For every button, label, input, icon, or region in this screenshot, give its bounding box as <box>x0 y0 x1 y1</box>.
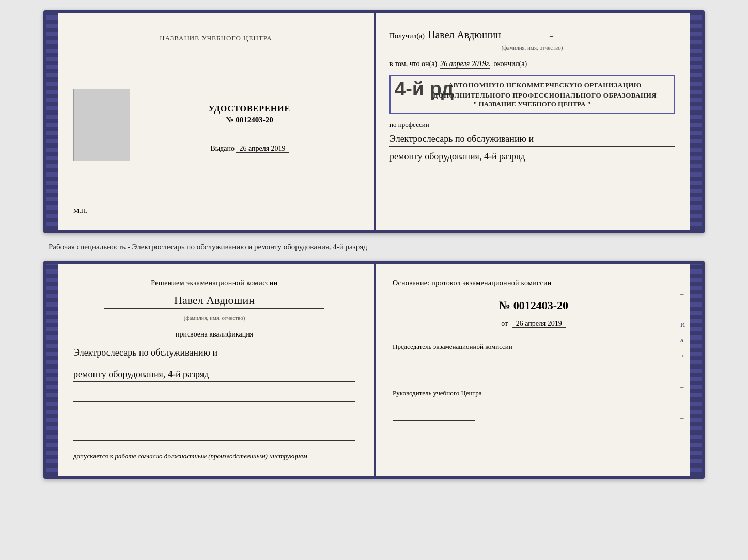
dopuskaetsya-text: допускается к работе согласно должностны… <box>73 452 355 460</box>
side-decoration: – – – И а ← – – – – <box>680 274 687 422</box>
right-page-top: Получил(а) Павел Авдюшин – (фамилия, имя… <box>374 13 702 230</box>
rukovoditel-block: Руководитель учебного Центра <box>393 389 675 421</box>
okoncil-label: окончил(а) <box>493 60 527 68</box>
vydano-line: Выдано 26 апреля 2019 <box>210 145 288 153</box>
poluchil-line: Получил(а) Павел Авдюшин – <box>389 29 675 42</box>
resheniem-text: Решением экзаменационной комиссии <box>73 279 355 287</box>
protocol-number: № 0012403-20 <box>393 299 675 312</box>
qualification-line2: ремонту оборудования, 4-й разряд <box>73 367 355 382</box>
udostoverenie-title: УДОСТОВЕРЕНИЕ <box>209 104 291 114</box>
osnovanie-text: Основание: протокол экзаменационной коми… <box>393 279 675 287</box>
rukovoditel-signature-line <box>393 410 475 421</box>
po-professii-label: по профессии <box>389 121 675 129</box>
left-binding-strip <box>46 13 58 230</box>
stamp-line2: ДОПОЛНИТЕЛЬНОГО ПРОФЕССИОНАЛЬНОГО ОБРАЗО… <box>422 90 668 101</box>
top-document: НАЗВАНИЕ УЧЕБНОГО ЦЕНТРА УДОСТОВЕРЕНИЕ №… <box>43 10 705 233</box>
left-page-bottom: Решением экзаменационной комиссии Павел … <box>46 264 374 476</box>
profession-line1-top: Электрослесарь по обслуживанию и <box>389 132 675 147</box>
left-binding-strip-bottom <box>46 264 58 476</box>
blank-lines <box>73 391 355 441</box>
signature-line-left <box>208 140 291 140</box>
right-binding-strip-top <box>690 13 702 230</box>
rank-big: 4-й рд <box>395 78 454 100</box>
dopusk-italic: работе согласно должностным (производств… <box>115 452 307 460</box>
vtom-line: в том, что он(а) 26 апреля 2019г. окончи… <box>389 60 675 69</box>
left-page-top: НАЗВАНИЕ УЧЕБНОГО ЦЕНТРА УДОСТОВЕРЕНИЕ №… <box>46 13 374 230</box>
rukovoditel-label: Руководитель учебного Центра <box>393 389 675 398</box>
stamp-quote: " НАЗВАНИЕ УЧЕБНОГО ЦЕНТРА " <box>396 100 668 108</box>
fio-subtitle-top: (фамилия, имя, отчество) <box>389 44 675 51</box>
ot-line: от 26 апреля 2019 <box>393 319 675 328</box>
right-page-bottom: Основание: протокол экзаменационной коми… <box>374 264 702 476</box>
profession-line2-top: ремонту оборудования, 4-й разряд <box>389 150 675 164</box>
stamp-box: 4-й рд АВТОНОМНУЮ НЕКОММЕРЧЕСКУЮ ОРГАНИЗ… <box>389 75 675 114</box>
dash-top: – <box>550 32 553 40</box>
ot-date: 26 апреля 2019 <box>512 319 566 328</box>
photo-placeholder <box>73 89 130 161</box>
poluchil-label: Получил(а) <box>389 32 425 40</box>
dopuskaetsya-label: допускается к <box>73 452 113 460</box>
blank-line-1 <box>73 391 355 402</box>
predsedatel-block: Председатель экзаменационной комиссии <box>393 342 675 374</box>
middle-text-content: Рабочая специальность - Электрослесарь п… <box>49 243 367 251</box>
vydano-date: 26 апреля 2019 <box>236 145 288 153</box>
udostoverenie-number: № 0012403-20 <box>226 116 273 124</box>
vtom-label: в том, что он(а) <box>389 60 437 68</box>
top-center-heading: НАЗВАНИЕ УЧЕБНОГО ЦЕНТРА <box>160 34 272 42</box>
fio-label-bottom: (фамилия, имя, отчество) <box>73 315 355 321</box>
qualification-line1: Электрослесарь по обслуживанию и <box>73 346 355 360</box>
left-content-row: УДОСТОВЕРЕНИЕ № 0012403-20 Выдано 26 апр… <box>73 89 359 161</box>
blank-line-2 <box>73 411 355 421</box>
right-binding-strip-bottom <box>690 264 702 476</box>
udostoverenie-block: УДОСТОВЕРЕНИЕ № 0012403-20 Выдано 26 апр… <box>141 104 359 153</box>
recipient-name-top: Павел Авдюшин <box>428 29 541 42</box>
mp-label: М.П. <box>73 206 87 215</box>
ot-label: от <box>501 319 508 327</box>
blank-line-3 <box>73 430 355 441</box>
predsedatel-label: Председатель экзаменационной комиссии <box>393 342 675 351</box>
bottom-document: Решением экзаменационной комиссии Павел … <box>43 261 705 479</box>
predsedatel-signature-line <box>393 364 475 374</box>
vtom-date: 26 апреля 2019г. <box>440 60 490 69</box>
name-bottom: Павел Авдюшин <box>104 294 324 309</box>
middle-text: Рабочая специальность - Электрослесарь п… <box>43 243 705 251</box>
stamp-line1: АВТОНОМНУЮ НЕКОММЕРЧЕСКУЮ ОРГАНИЗАЦИЮ <box>422 80 668 90</box>
prisvoena-text: присвоена квалификация <box>73 330 355 339</box>
vydano-label: Выдано <box>210 145 235 152</box>
